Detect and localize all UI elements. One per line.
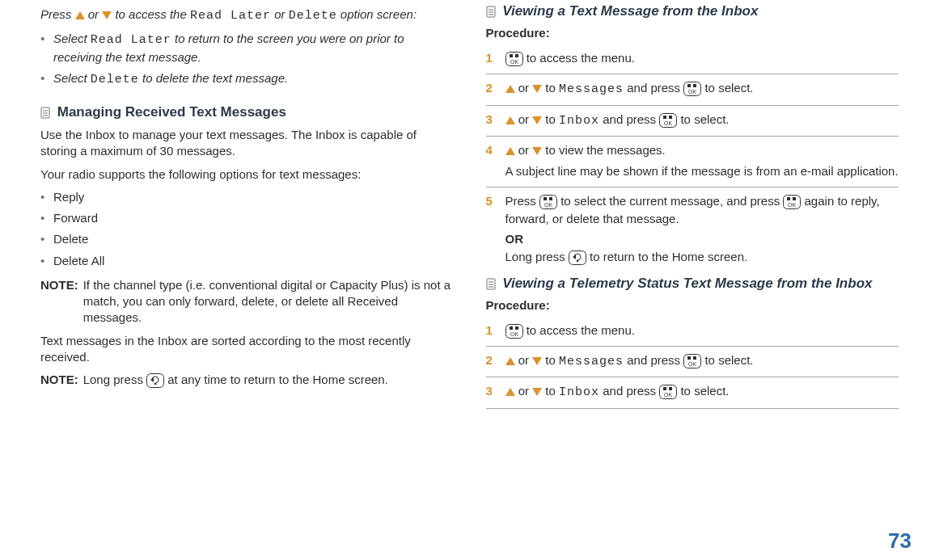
step3-press: and press: [603, 112, 659, 126]
nav-down-icon: [532, 357, 542, 365]
subsection-viewing-text: Viewing a Text Message from the Inbox: [486, 3, 899, 19]
nav-down-icon: [102, 11, 112, 19]
step1b-text: to access the menu.: [527, 323, 635, 337]
nav-down-icon: [532, 147, 542, 155]
intro-end: option screen:: [340, 7, 417, 21]
svg-rect-37: [793, 197, 796, 200]
step-body: OK to access the menu.: [505, 322, 899, 339]
svg-marker-50: [505, 357, 515, 365]
svg-marker-24: [532, 116, 542, 124]
svg-rect-20: [687, 84, 691, 87]
step3b-code: Inbox: [559, 385, 599, 399]
svg-rect-6: [147, 374, 164, 388]
step-body: or to Messages and press OK to select.: [505, 79, 899, 99]
svg-text:OK: OK: [688, 89, 696, 95]
back-key-icon: [146, 373, 164, 388]
nav-up-icon: [75, 11, 85, 19]
svg-rect-27: [669, 116, 672, 119]
bullet-delete: Select Delete to delete the text message…: [40, 70, 454, 88]
step2b-code: Messages: [559, 355, 624, 368]
svg-rect-14: [510, 54, 513, 57]
bullet-read-later: Select Read Later to return to the scree…: [40, 31, 454, 65]
svg-point-8: [154, 383, 157, 385]
nav-up-icon: [505, 147, 515, 155]
step2b-end: to select.: [704, 353, 753, 367]
step-body: or to view the messages. A subject line …: [505, 141, 899, 180]
step4-secondary: A subject line may be shown if the messa…: [505, 162, 899, 180]
nav-up-icon: [505, 85, 515, 93]
step2-code: Messages: [559, 82, 624, 96]
ok-key-icon: OK: [659, 385, 677, 399]
step3-code: Inbox: [559, 114, 599, 128]
step3b-to: to: [545, 384, 559, 398]
option-delete: Delete: [40, 231, 454, 247]
subsection-viewing-telemetry: Viewing a Telemetry Status Text Message …: [486, 276, 899, 292]
step2-to: to: [545, 81, 559, 95]
ok-key-icon: OK: [683, 354, 701, 368]
svg-text:OK: OK: [664, 392, 672, 398]
svg-point-41: [577, 260, 579, 263]
page-number: 73: [888, 528, 912, 554]
step-number: 2: [486, 79, 497, 99]
intro-pre: Press: [40, 7, 75, 21]
note2-post: at any time to return to the Home screen…: [167, 373, 388, 386]
svg-marker-7: [150, 377, 154, 382]
procedure-label-2: Procedure:: [486, 298, 899, 312]
step4-or: or: [518, 143, 533, 157]
step-5: 5 Press OK to select the current message…: [486, 187, 899, 272]
svg-text:OK: OK: [510, 59, 518, 65]
step2b-press: and press: [627, 353, 683, 367]
step-number: 3: [486, 111, 497, 130]
section-managing-received: Managing Received Text Messages: [40, 104, 454, 120]
svg-rect-47: [510, 326, 513, 330]
note1-body: If the channel type (i.e. conventional d…: [83, 277, 454, 326]
step-2: 2 or to Messages and press OK to select.: [486, 74, 899, 106]
option-reply: Reply: [40, 189, 454, 205]
sub1-title-text: Viewing a Text Message from the Inbox: [502, 3, 758, 19]
bullet2-pre: Select: [53, 71, 91, 85]
step-number: 5: [486, 192, 497, 266]
svg-rect-15: [515, 54, 518, 57]
step-body: or to Inbox and press OK to select.: [505, 111, 899, 130]
option-forward: Forward: [40, 210, 454, 226]
svg-rect-21: [693, 84, 696, 87]
ok-key-icon: OK: [539, 195, 557, 209]
note2-label: NOTE:: [40, 372, 78, 388]
svg-rect-54: [693, 356, 696, 360]
ok-key-icon: OK: [505, 52, 523, 66]
document-icon: [40, 107, 50, 119]
step-number: 2: [486, 352, 497, 371]
step-4: 4 or to view the messages. A subject lin…: [486, 137, 899, 187]
step-3: 3 or to Inbox and press OK to select.: [486, 106, 899, 137]
svg-marker-30: [532, 147, 542, 155]
svg-rect-32: [544, 197, 547, 200]
ok-key-icon: OK: [683, 82, 701, 96]
intro-code-read-later: Read Later: [190, 9, 271, 23]
svg-marker-51: [532, 357, 542, 365]
inbox-capacity-paragraph: Use the Inbox to manage your text messag…: [40, 127, 454, 160]
left-column: Press or to access the Read Later or Del…: [24, 0, 470, 560]
step-body: Press OK to select the current message, …: [505, 192, 899, 266]
nav-up-icon: [505, 116, 515, 124]
svg-marker-29: [505, 147, 515, 155]
nav-down-icon: [532, 116, 542, 124]
svg-rect-39: [569, 251, 586, 265]
ok-key-icon: OK: [505, 324, 523, 339]
step-body: or to Inbox and press OK to select.: [505, 382, 899, 402]
svg-marker-23: [505, 116, 515, 124]
option-delete-all: Delete All: [40, 253, 454, 269]
svg-rect-36: [787, 197, 790, 200]
svg-marker-56: [505, 388, 515, 396]
step-1: 1 OK to access the menu.: [486, 44, 899, 74]
nav-up-icon: [505, 357, 515, 365]
svg-rect-60: [669, 387, 672, 390]
step2-press: and press: [627, 81, 683, 95]
svg-rect-33: [549, 197, 552, 200]
step4-text: to view the messages.: [545, 143, 665, 157]
step3b-press: and press: [603, 384, 659, 398]
step5-alt-post: to return to the Home screen.: [590, 250, 747, 263]
svg-text:OK: OK: [544, 202, 552, 208]
nav-down-icon: [532, 85, 542, 93]
procedure-label-1: Procedure:: [486, 26, 899, 40]
ok-key-icon: OK: [659, 113, 677, 128]
